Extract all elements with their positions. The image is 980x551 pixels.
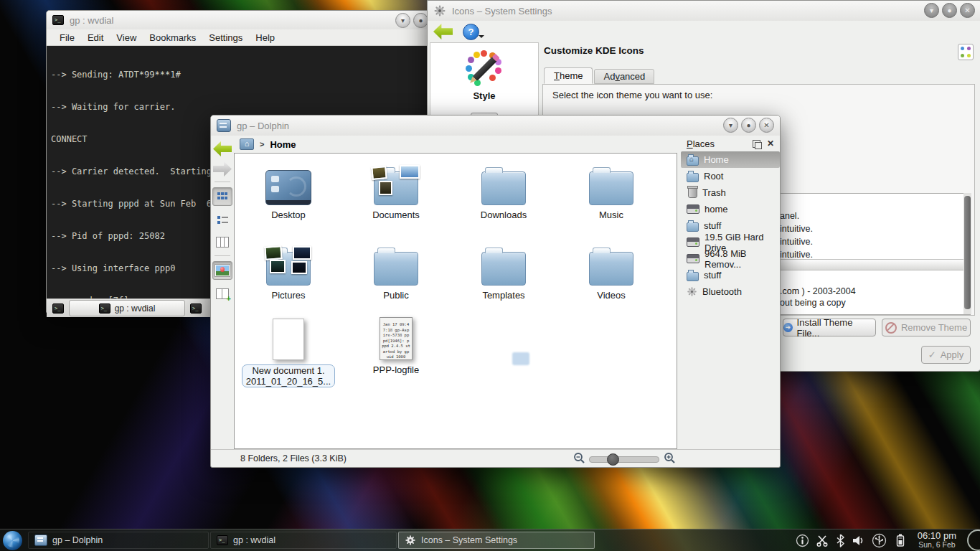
dolphin-titlebar[interactable]: gp – Dolphin ▾ ● ✕: [211, 116, 780, 136]
menu-item-file[interactable]: File: [54, 32, 80, 44]
clipboard-scissors-icon[interactable]: [816, 534, 829, 547]
maximize-icon[interactable]: ●: [413, 13, 428, 28]
detach-panel-icon[interactable]: [753, 140, 760, 148]
task-system-settings[interactable]: Icons – System Settings: [398, 532, 595, 549]
info-icon[interactable]: [796, 534, 809, 547]
volume-icon[interactable]: [852, 534, 865, 547]
folder-icon: [687, 173, 699, 182]
terminal-line: --> Waiting for carrier.: [51, 102, 430, 113]
menu-item-view[interactable]: View: [110, 32, 142, 44]
details-view-button[interactable]: [213, 211, 232, 228]
hard-drive-icon: [687, 204, 699, 214]
split-view-button[interactable]: [213, 285, 232, 302]
task-konsole[interactable]: >_ gp : wvdial: [210, 532, 397, 549]
pictures-folder-icon: [266, 252, 311, 286]
battery-icon[interactable]: [893, 533, 907, 547]
breadcrumb-separator: >: [260, 140, 264, 149]
desktop: >_ gp : wvdial ▾ ● File Edit View Bookma…: [0, 0, 980, 551]
columns-view-button[interactable]: [213, 233, 232, 250]
help-icon[interactable]: ?: [463, 24, 479, 40]
forward-icon[interactable]: [213, 161, 232, 176]
details-view-icon: [217, 215, 228, 225]
app-launcher-button[interactable]: [0, 530, 24, 550]
device-notifier-usb-icon[interactable]: [872, 533, 887, 548]
places-item-trash[interactable]: Trash: [681, 184, 780, 201]
minimize-icon[interactable]: ▾: [395, 13, 410, 28]
folder-item[interactable]: Desktop: [235, 159, 342, 220]
preview-button[interactable]: [212, 261, 232, 280]
menu-item-help[interactable]: Help: [250, 32, 281, 44]
zoom-out-icon[interactable]: [573, 452, 585, 464]
menu-item-bookmarks[interactable]: Bookmarks: [143, 32, 202, 44]
clock-date: Sun, 6 Feb: [918, 540, 956, 550]
folder-item[interactable]: Music: [557, 159, 665, 220]
file-item-selected[interactable]: New document 1. 2011_01_20_16_5...: [235, 313, 342, 387]
folder-item[interactable]: Pictures: [235, 240, 342, 301]
tab-advanced[interactable]: Advanced: [594, 69, 654, 84]
overview-icon[interactable]: [958, 44, 974, 60]
vertical-scrollbar[interactable]: [963, 193, 971, 314]
zoom-in-icon[interactable]: [664, 452, 676, 464]
close-panel-icon[interactable]: ✕: [767, 138, 774, 149]
folder-item[interactable]: Templates: [450, 240, 557, 301]
home-icon[interactable]: ⌂: [240, 138, 254, 150]
back-icon[interactable]: [433, 24, 453, 39]
places-panel: Places ✕ Home Root Trash home stuff 19.5…: [681, 136, 780, 449]
videos-folder-icon: [589, 252, 633, 286]
minimize-icon[interactable]: ▾: [924, 3, 939, 18]
terminal-icon: >_: [190, 303, 202, 314]
terminal-icon: >_: [217, 535, 228, 545]
terminal-line: --> Sending: ATDT*99***1#: [51, 70, 430, 80]
places-item-bluetooth[interactable]: Bluetooth: [681, 283, 780, 300]
menu-item-settings[interactable]: Settings: [203, 32, 248, 44]
file-item[interactable]: Jan 17 09:4 7:18 gp-Asp ire-5738 pp pd[1…: [342, 313, 450, 387]
close-icon[interactable]: ✕: [960, 3, 975, 18]
install-theme-button[interactable]: ➜ Install Theme File...: [783, 319, 876, 336]
sidebar-item-style[interactable]: Style: [473, 90, 495, 101]
konsole-tab[interactable]: >_ gp : wvdial: [69, 300, 185, 316]
panel-cashew-icon[interactable]: [967, 529, 980, 551]
maximize-icon[interactable]: ●: [942, 3, 957, 18]
places-item-home-drive[interactable]: home: [681, 201, 780, 217]
folder-item[interactable]: Downloads: [450, 159, 557, 220]
folder-icon: [687, 272, 699, 281]
places-item-home[interactable]: Home: [681, 151, 780, 168]
icon-theme-label: Select the icon theme you want to use:: [552, 90, 712, 100]
folder-item[interactable]: Documents: [342, 159, 450, 220]
clock[interactable]: 06:10 pm Sun, 6 Feb: [918, 531, 956, 550]
theme-description-fragment: out being a copy: [780, 298, 846, 308]
maximize-icon[interactable]: ●: [741, 118, 756, 133]
konsole-titlebar[interactable]: >_ gp : wvdial ▾ ●: [47, 11, 434, 29]
dolphin-window: gp – Dolphin ▾ ● ✕ ⌂ > Home: [210, 115, 781, 468]
settings-tabs: Theme Advanced: [544, 67, 656, 84]
places-item-removable[interactable]: 964.8 MiB Remov...: [681, 250, 780, 267]
task-dolphin[interactable]: gp – Dolphin: [28, 532, 209, 549]
zoom-slider-handle[interactable]: [607, 453, 619, 466]
folder-item[interactable]: Public: [342, 240, 450, 301]
tab-list-button[interactable]: >_: [188, 301, 204, 316]
remove-theme-button[interactable]: Remove Theme: [882, 319, 971, 336]
document-file-icon: [273, 319, 304, 360]
gear-icon: [433, 4, 446, 17]
settings-titlebar[interactable]: Icons – System Settings ▾ ● ✕: [428, 1, 980, 21]
minimize-icon[interactable]: ▾: [723, 118, 738, 133]
menu-item-edit[interactable]: Edit: [82, 32, 109, 44]
style-icon[interactable]: [466, 50, 503, 88]
folder-item[interactable]: Videos: [557, 240, 665, 301]
new-tab-button[interactable]: >_: [50, 301, 66, 316]
tab-theme[interactable]: Theme: [544, 67, 593, 84]
icons-view-button[interactable]: [212, 187, 232, 206]
settings-heading: Customize KDE Icons: [544, 45, 644, 56]
folder-view[interactable]: Desktop Documents Downloads Music: [234, 153, 677, 449]
zoom-slider[interactable]: [589, 456, 659, 463]
icons-view-icon: [217, 192, 228, 202]
back-icon[interactable]: [213, 141, 232, 156]
templates-folder-icon: [481, 252, 526, 286]
close-icon[interactable]: ✕: [759, 118, 774, 133]
bluetooth-icon[interactable]: [836, 534, 845, 547]
places-item-root[interactable]: Root: [681, 168, 780, 184]
apply-button[interactable]: ✓ Apply: [921, 346, 971, 364]
system-tray: 06:10 pm Sun, 6 Feb: [796, 529, 980, 551]
removable-drive-icon: [687, 254, 699, 263]
breadcrumb-home[interactable]: Home: [270, 139, 296, 150]
